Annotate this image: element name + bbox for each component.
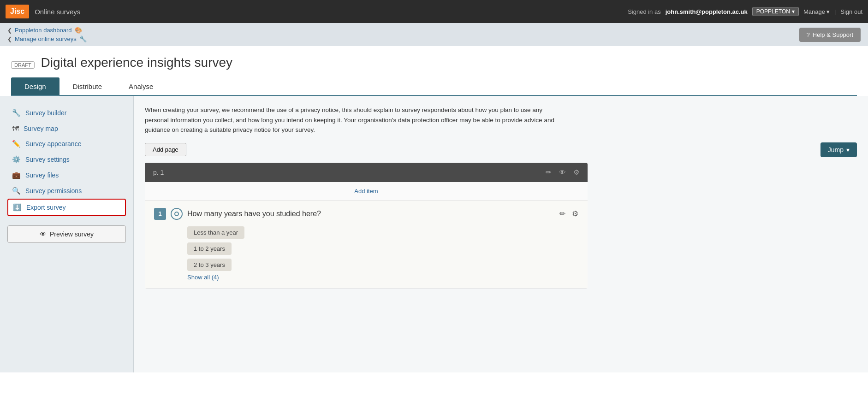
question-gear-icon[interactable]: ⚙ bbox=[572, 209, 578, 218]
export-icon: ⬇️ bbox=[13, 203, 22, 212]
question-type-radio-icon bbox=[171, 208, 183, 220]
privacy-notice-text: When creating your survey, we recommend … bbox=[145, 105, 560, 135]
org-dropdown-icon: ▾ bbox=[792, 8, 795, 15]
top-nav: Jisc Online surveys Signed in as john.sm… bbox=[0, 0, 868, 23]
question-actions: ✏ ⚙ bbox=[559, 209, 578, 218]
manage-label: Manage bbox=[803, 8, 825, 15]
question-block: 1 How many years have you studied here? … bbox=[145, 201, 588, 289]
sidebar-item-export[interactable]: ⬇️ Export survey bbox=[7, 199, 126, 216]
sidebar-item-settings[interactable]: ⚙️ Survey settings bbox=[7, 152, 126, 167]
question-edit-icon[interactable]: ✏ bbox=[559, 209, 565, 218]
page-block-header: p. 1 ✏ 👁 ⚙ bbox=[145, 163, 588, 182]
settings-gear-icon: ⚙️ bbox=[12, 155, 21, 164]
sidebar-map-label: Survey map bbox=[24, 125, 58, 132]
add-page-button[interactable]: Add page bbox=[145, 143, 186, 156]
sidebar-item-builder[interactable]: 🔧 Survey builder bbox=[7, 105, 126, 121]
draft-badge: DRAFT bbox=[11, 61, 35, 69]
add-item-button[interactable]: Add item bbox=[145, 182, 588, 201]
wrench-icon: 🔧 bbox=[12, 109, 21, 117]
breadcrumb-dashboard[interactable]: ❮ Poppleton dashboard 🎨 bbox=[7, 27, 87, 34]
help-label: Help & Support bbox=[813, 31, 853, 38]
breadcrumbs: ❮ Poppleton dashboard 🎨 ❮ Manage online … bbox=[7, 27, 87, 42]
tab-design[interactable]: Design bbox=[11, 77, 59, 95]
org-badge[interactable]: POPPLETON ▾ bbox=[752, 7, 799, 16]
page-eye-icon[interactable]: 👁 bbox=[559, 168, 566, 177]
answer-options: Less than a year 1 to 2 years 2 to 3 yea… bbox=[154, 226, 578, 271]
sidebar-item-permissions[interactable]: 🔍 Survey permissions bbox=[7, 183, 126, 199]
show-all-answers-button[interactable]: Show all (4) bbox=[154, 274, 578, 281]
help-support-button[interactable]: ? Help & Support bbox=[799, 28, 861, 42]
breadcrumb-arrow-2: ❮ bbox=[7, 36, 12, 42]
files-icon: 💼 bbox=[12, 171, 21, 179]
permissions-icon: 🔍 bbox=[12, 187, 21, 195]
appearance-icon: ✏️ bbox=[12, 140, 21, 148]
jump-label: Jump bbox=[828, 146, 844, 153]
answer-option-3: 2 to 3 years bbox=[187, 259, 232, 271]
page-number: p. 1 bbox=[153, 169, 164, 176]
nav-right: Signed in as john.smith@poppleton.ac.uk … bbox=[628, 7, 862, 16]
preview-eye-icon: 👁 bbox=[40, 230, 46, 238]
sidebar-appearance-label: Survey appearance bbox=[25, 140, 81, 148]
dashboard-icon: 🎨 bbox=[75, 27, 82, 34]
answer-option-1: Less than a year bbox=[187, 226, 244, 239]
tabs-bar: Design Distribute Analyse bbox=[11, 77, 857, 96]
sidebar-item-map[interactable]: 🗺 Survey map bbox=[7, 121, 126, 136]
manage-button[interactable]: Manage ▾ bbox=[803, 8, 830, 15]
sidebar-builder-label: Survey builder bbox=[25, 109, 67, 117]
manage-icon: 🔧 bbox=[79, 35, 87, 42]
separator: | bbox=[834, 8, 836, 15]
question-text: How many years have you studied here? bbox=[187, 210, 555, 218]
jump-dropdown-icon: ▾ bbox=[846, 146, 850, 153]
answer-option-2: 1 to 2 years bbox=[187, 242, 232, 255]
page-gear-icon[interactable]: ⚙ bbox=[573, 168, 579, 177]
app-title: Online surveys bbox=[35, 8, 80, 16]
preview-label: Preview survey bbox=[50, 230, 94, 238]
breadcrumb-manage[interactable]: ❮ Manage online surveys 🔧 bbox=[7, 35, 87, 42]
org-name: POPPLETON bbox=[756, 8, 790, 15]
sidebar-files-label: Survey files bbox=[25, 171, 59, 179]
breadcrumb-dashboard-label: Poppleton dashboard bbox=[15, 27, 72, 34]
content-area: When creating your survey, we recommend … bbox=[134, 96, 868, 372]
jump-button[interactable]: Jump ▾ bbox=[820, 142, 857, 157]
survey-title: Digital experience insights survey bbox=[41, 55, 233, 70]
sidebar-item-appearance[interactable]: ✏️ Survey appearance bbox=[7, 136, 126, 152]
page-block: p. 1 ✏ 👁 ⚙ Add item 1 How many years hav… bbox=[145, 163, 588, 289]
map-icon: 🗺 bbox=[12, 124, 19, 132]
sidebar-export-label: Export survey bbox=[26, 204, 66, 211]
content-toolbar: Add page Jump ▾ bbox=[145, 142, 857, 157]
tab-distribute[interactable]: Distribute bbox=[59, 77, 115, 95]
tab-analyse[interactable]: Analyse bbox=[115, 77, 166, 95]
page-edit-icon[interactable]: ✏ bbox=[546, 168, 552, 177]
user-email: john.smith@poppleton.ac.uk bbox=[666, 8, 748, 15]
main-layout: 🔧 Survey builder 🗺 Survey map ✏️ Survey … bbox=[0, 96, 868, 372]
help-icon: ? bbox=[807, 31, 810, 38]
breadcrumb-manage-label: Manage online surveys bbox=[15, 35, 77, 42]
nav-left: Jisc Online surveys bbox=[6, 5, 80, 18]
sidebar: 🔧 Survey builder 🗺 Survey map ✏️ Survey … bbox=[0, 96, 134, 372]
question-number-badge: 1 bbox=[154, 208, 166, 220]
breadcrumb-bar: ❮ Poppleton dashboard 🎨 ❮ Manage online … bbox=[0, 23, 868, 46]
question-header: 1 How many years have you studied here? … bbox=[154, 208, 578, 220]
manage-dropdown-icon: ▾ bbox=[826, 8, 830, 15]
signout-button[interactable]: Sign out bbox=[840, 8, 862, 15]
radio-inner bbox=[174, 212, 179, 216]
signed-in-label: Signed in as bbox=[628, 8, 661, 15]
sidebar-item-files[interactable]: 💼 Survey files bbox=[7, 167, 126, 183]
breadcrumb-arrow-1: ❮ bbox=[7, 27, 12, 34]
sidebar-settings-label: Survey settings bbox=[25, 156, 70, 163]
page-title-area: DRAFT Digital experience insights survey… bbox=[0, 46, 868, 96]
page-header-icons: ✏ 👁 ⚙ bbox=[546, 168, 579, 177]
preview-survey-button[interactable]: 👁 Preview survey bbox=[7, 225, 126, 243]
jisc-logo: Jisc bbox=[6, 5, 29, 18]
sidebar-permissions-label: Survey permissions bbox=[25, 187, 82, 195]
